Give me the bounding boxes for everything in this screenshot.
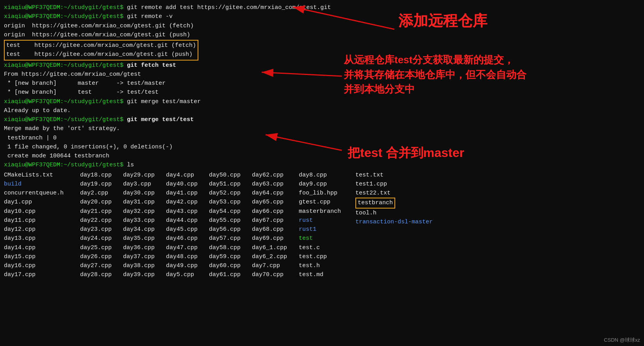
file-item: day24.cpp: [80, 234, 123, 243]
terminal-line-1: xiaqiu@WPF37QEDM:~/studygit/gtest$ git r…: [4, 3, 640, 12]
terminal-line-14: Merge made by the 'ort' strategy.: [4, 124, 640, 133]
file-item: day19.cpp: [80, 180, 123, 189]
file-col-2: day18.cpp day19.cpp day2.cpp day20.cpp d…: [80, 171, 123, 280]
file-item: day64.cpp: [252, 189, 299, 198]
file-item: test.c: [299, 243, 355, 252]
file-item: day9.cpp: [299, 180, 355, 189]
file-item: day6_1.cpp: [252, 243, 299, 252]
prompt-11: xiaqiu@WPF37QEDM:~/studygit/gtest$: [4, 97, 123, 106]
file-item: day56.cpp: [209, 225, 252, 234]
terminal-line-5: test https://gitee.com/mrxiao_com/gtest.…: [6, 41, 196, 50]
terminal-line-8: From https://gitee.com/mrxiao_com/gtest: [4, 70, 640, 79]
file-item: test.txt: [355, 171, 433, 180]
file-item: masterbranch: [299, 207, 355, 216]
terminal-line-18: xiaqiu@WPF37QEDM:~/studygit/gtest$ ls: [4, 161, 640, 169]
cmd-1: git remote add test https://gitee.com/mr…: [123, 3, 331, 12]
file-col-4: day4.cpp day40.cpp day41.cpp day42.cpp d…: [166, 171, 209, 280]
terminal-line-15: testbranch | 0: [4, 134, 640, 143]
file-col-3: day29.cpp day3.cpp day30.cpp day31.cpp d…: [123, 171, 166, 280]
file-item: day5.cpp: [166, 270, 209, 279]
file-item: foo_lib.hpp: [299, 189, 355, 198]
file-item: day15.cpp: [4, 252, 80, 261]
file-item: test.h: [299, 261, 355, 270]
file-item: day46.cpp: [166, 234, 209, 243]
file-item: day68.cpp: [252, 225, 299, 234]
file-item: day3.cpp: [123, 180, 166, 189]
terminal-line-17: create mode 100644 testbranch: [4, 152, 640, 161]
file-item: day69.cpp: [252, 234, 299, 243]
file-item: day22.cpp: [80, 216, 123, 225]
file-item: day53.cpp: [209, 198, 252, 207]
file-listing: CMakeLists.txt build concurrentqueue.h d…: [4, 171, 640, 280]
file-item: day36.cpp: [123, 243, 166, 252]
file-item: day33.cpp: [123, 216, 166, 225]
testbranch-highlighted: testbranch: [355, 198, 395, 208]
file-item: day37.cpp: [123, 252, 166, 261]
file-item: day44.cpp: [166, 216, 209, 225]
file-item: day21.cpp: [80, 207, 123, 216]
prompt-7: xiaqiu@WPF37QEDM:~/studygit/gtest$: [4, 61, 123, 70]
file-item: day40.cpp: [166, 180, 209, 189]
file-item: day10.cpp: [4, 207, 80, 216]
file-item: day30.cpp: [123, 189, 166, 198]
file-item: rust: [299, 216, 355, 225]
cmd-7: git fetch test: [123, 61, 176, 70]
terminal-line-9: * [new branch] master -> test/master: [4, 79, 640, 88]
prompt-13: xiaqiu@WPF37QEDM:~/studygit/gtest$: [4, 115, 123, 124]
file-item: day67.cpp: [252, 216, 299, 225]
file-item: day32.cpp: [123, 207, 166, 216]
file-col-5: day50.cpp day51.cpp day52.cpp day53.cpp …: [209, 171, 252, 280]
file-item: day39.cpp: [123, 270, 166, 279]
file-item: day38.cpp: [123, 261, 166, 270]
file-item: day4.cpp: [166, 171, 209, 180]
file-item: day63.cpp: [252, 180, 299, 189]
file-item: tool.h: [355, 209, 433, 218]
terminal-line-10: * [new branch] test -> test/test: [4, 88, 640, 97]
file-item: day48.cpp: [166, 252, 209, 261]
file-item: day55.cpp: [209, 216, 252, 225]
terminal-line-6: test https://gitee.com/mrxiao_com/gtest.…: [6, 50, 196, 59]
file-item: day23.cpp: [80, 225, 123, 234]
file-item: day58.cpp: [209, 243, 252, 252]
file-item: day61.cpp: [209, 270, 252, 279]
file-item: transaction-dsl-master: [355, 218, 433, 227]
file-item: day70.cpp: [252, 270, 299, 279]
file-item: day62.cpp: [252, 171, 299, 180]
file-item: day29.cpp: [123, 171, 166, 180]
file-item: day34.cpp: [123, 225, 166, 234]
file-item: day66.cpp: [252, 207, 299, 216]
file-item: day60.cpp: [209, 261, 252, 270]
prompt-1: xiaqiu@WPF37QEDM:~/studygit/gtest$: [4, 3, 123, 12]
terminal-area: xiaqiu@WPF37QEDM:~/studygit/gtest$ git r…: [0, 0, 644, 283]
file-item: day28.cpp: [80, 270, 123, 279]
cmd-2: git remote -v: [123, 12, 173, 21]
file-item: CMakeLists.txt: [4, 171, 80, 180]
file-item: day59.cpp: [209, 252, 252, 261]
file-item: concurrentqueue.h: [4, 189, 80, 198]
test-remote-box: test https://gitee.com/mrxiao_com/gtest.…: [4, 40, 198, 61]
file-item: rust1: [299, 225, 355, 234]
prompt-18: xiaqiu@WPF37QEDM:~/studygit/gtest$: [4, 161, 123, 169]
file-item: day49.cpp: [166, 261, 209, 270]
terminal-line-12: Already up to date.: [4, 106, 640, 115]
file-item: test: [299, 234, 355, 243]
file-item: day65.cpp: [252, 198, 299, 207]
file-col-7: day8.cpp day9.cpp foo_lib.hpp gtest.cpp …: [299, 171, 355, 280]
terminal-line-3: origin https://gitee.com/mrxiao_com/gtes…: [4, 21, 640, 30]
csdn-credit: CSDN @球球xz: [604, 337, 640, 344]
file-item: day27.cpp: [80, 261, 123, 270]
file-item: day25.cpp: [80, 243, 123, 252]
cmd-11: git merge test/master: [123, 97, 201, 106]
terminal-line-13: xiaqiu@WPF37QEDM:~/studygit/gtest$ git m…: [4, 115, 640, 124]
file-item: day54.cpp: [209, 207, 252, 216]
file-item: day12.cpp: [4, 225, 80, 234]
file-item: test1.cpp: [355, 180, 433, 189]
file-item: day13.cpp: [4, 234, 80, 243]
file-item: day45.cpp: [166, 225, 209, 234]
cmd-13: git merge test/test: [123, 115, 194, 124]
file-item: day8.cpp: [299, 171, 355, 180]
file-item: test22.txt: [355, 189, 433, 198]
file-item: day1.cpp: [4, 198, 80, 207]
file-item: day16.cpp: [4, 261, 80, 270]
file-item: test.cpp: [299, 252, 355, 261]
